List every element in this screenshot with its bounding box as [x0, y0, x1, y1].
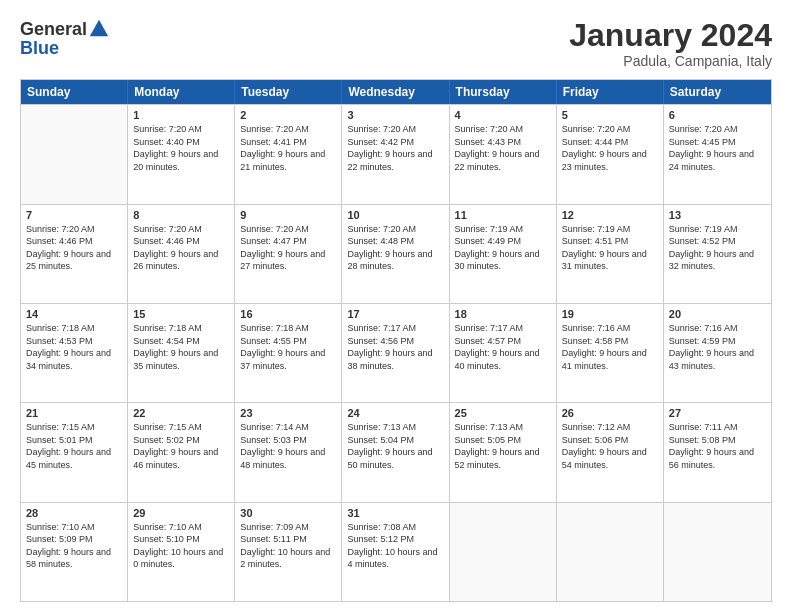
day-number: 20 — [669, 308, 766, 320]
cell-info: Sunrise: 7:20 AMSunset: 4:45 PMDaylight:… — [669, 123, 766, 173]
cell-info: Sunrise: 7:18 AMSunset: 4:54 PMDaylight:… — [133, 322, 229, 372]
cal-cell-1-1 — [21, 105, 128, 203]
day-number: 15 — [133, 308, 229, 320]
calendar: SundayMondayTuesdayWednesdayThursdayFrid… — [20, 79, 772, 602]
logo: General Blue — [20, 18, 110, 59]
cal-cell-5-4: 31Sunrise: 7:08 AMSunset: 5:12 PMDayligh… — [342, 503, 449, 601]
cal-cell-3-2: 15Sunrise: 7:18 AMSunset: 4:54 PMDayligh… — [128, 304, 235, 402]
cal-cell-3-7: 20Sunrise: 7:16 AMSunset: 4:59 PMDayligh… — [664, 304, 771, 402]
cell-info: Sunrise: 7:15 AMSunset: 5:01 PMDaylight:… — [26, 421, 122, 471]
title-block: January 2024 Padula, Campania, Italy — [569, 18, 772, 69]
cal-cell-2-7: 13Sunrise: 7:19 AMSunset: 4:52 PMDayligh… — [664, 205, 771, 303]
cell-info: Sunrise: 7:13 AMSunset: 5:04 PMDaylight:… — [347, 421, 443, 471]
cell-info: Sunrise: 7:13 AMSunset: 5:05 PMDaylight:… — [455, 421, 551, 471]
cal-cell-1-6: 5Sunrise: 7:20 AMSunset: 4:44 PMDaylight… — [557, 105, 664, 203]
week-row-3: 14Sunrise: 7:18 AMSunset: 4:53 PMDayligh… — [21, 303, 771, 402]
cell-info: Sunrise: 7:15 AMSunset: 5:02 PMDaylight:… — [133, 421, 229, 471]
cal-cell-5-7 — [664, 503, 771, 601]
logo-icon — [88, 18, 110, 40]
day-number: 31 — [347, 507, 443, 519]
cal-cell-1-7: 6Sunrise: 7:20 AMSunset: 4:45 PMDaylight… — [664, 105, 771, 203]
cell-info: Sunrise: 7:20 AMSunset: 4:44 PMDaylight:… — [562, 123, 658, 173]
header-day-wednesday: Wednesday — [342, 80, 449, 104]
cell-info: Sunrise: 7:16 AMSunset: 4:59 PMDaylight:… — [669, 322, 766, 372]
cal-cell-2-6: 12Sunrise: 7:19 AMSunset: 4:51 PMDayligh… — [557, 205, 664, 303]
cal-cell-2-2: 8Sunrise: 7:20 AMSunset: 4:46 PMDaylight… — [128, 205, 235, 303]
day-number: 26 — [562, 407, 658, 419]
day-number: 25 — [455, 407, 551, 419]
cell-info: Sunrise: 7:20 AMSunset: 4:46 PMDaylight:… — [133, 223, 229, 273]
day-number: 3 — [347, 109, 443, 121]
header-day-saturday: Saturday — [664, 80, 771, 104]
day-number: 4 — [455, 109, 551, 121]
cal-cell-1-5: 4Sunrise: 7:20 AMSunset: 4:43 PMDaylight… — [450, 105, 557, 203]
cal-cell-3-5: 18Sunrise: 7:17 AMSunset: 4:57 PMDayligh… — [450, 304, 557, 402]
day-number: 23 — [240, 407, 336, 419]
cal-cell-5-6 — [557, 503, 664, 601]
cal-cell-1-2: 1Sunrise: 7:20 AMSunset: 4:40 PMDaylight… — [128, 105, 235, 203]
cell-info: Sunrise: 7:12 AMSunset: 5:06 PMDaylight:… — [562, 421, 658, 471]
cell-info: Sunrise: 7:14 AMSunset: 5:03 PMDaylight:… — [240, 421, 336, 471]
day-number: 19 — [562, 308, 658, 320]
cal-cell-3-3: 16Sunrise: 7:18 AMSunset: 4:55 PMDayligh… — [235, 304, 342, 402]
cal-cell-2-4: 10Sunrise: 7:20 AMSunset: 4:48 PMDayligh… — [342, 205, 449, 303]
cal-cell-4-4: 24Sunrise: 7:13 AMSunset: 5:04 PMDayligh… — [342, 403, 449, 501]
header-day-sunday: Sunday — [21, 80, 128, 104]
cell-info: Sunrise: 7:10 AMSunset: 5:09 PMDaylight:… — [26, 521, 122, 571]
cal-cell-3-4: 17Sunrise: 7:17 AMSunset: 4:56 PMDayligh… — [342, 304, 449, 402]
week-row-4: 21Sunrise: 7:15 AMSunset: 5:01 PMDayligh… — [21, 402, 771, 501]
cal-cell-4-6: 26Sunrise: 7:12 AMSunset: 5:06 PMDayligh… — [557, 403, 664, 501]
cell-info: Sunrise: 7:20 AMSunset: 4:42 PMDaylight:… — [347, 123, 443, 173]
cell-info: Sunrise: 7:08 AMSunset: 5:12 PMDaylight:… — [347, 521, 443, 571]
svg-marker-0 — [90, 20, 108, 37]
cal-cell-3-1: 14Sunrise: 7:18 AMSunset: 4:53 PMDayligh… — [21, 304, 128, 402]
day-number: 8 — [133, 209, 229, 221]
cal-cell-5-1: 28Sunrise: 7:10 AMSunset: 5:09 PMDayligh… — [21, 503, 128, 601]
day-number: 7 — [26, 209, 122, 221]
header: General Blue January 2024 Padula, Campan… — [20, 18, 772, 69]
day-number: 30 — [240, 507, 336, 519]
logo-blue-text: Blue — [20, 38, 59, 59]
day-number: 17 — [347, 308, 443, 320]
cal-cell-4-3: 23Sunrise: 7:14 AMSunset: 5:03 PMDayligh… — [235, 403, 342, 501]
cell-info: Sunrise: 7:20 AMSunset: 4:46 PMDaylight:… — [26, 223, 122, 273]
cell-info: Sunrise: 7:20 AMSunset: 4:48 PMDaylight:… — [347, 223, 443, 273]
day-number: 1 — [133, 109, 229, 121]
day-number: 24 — [347, 407, 443, 419]
day-number: 16 — [240, 308, 336, 320]
week-row-2: 7Sunrise: 7:20 AMSunset: 4:46 PMDaylight… — [21, 204, 771, 303]
cell-info: Sunrise: 7:19 AMSunset: 4:52 PMDaylight:… — [669, 223, 766, 273]
day-number: 28 — [26, 507, 122, 519]
day-number: 14 — [26, 308, 122, 320]
page: General Blue January 2024 Padula, Campan… — [0, 0, 792, 612]
cell-info: Sunrise: 7:19 AMSunset: 4:51 PMDaylight:… — [562, 223, 658, 273]
cal-cell-2-5: 11Sunrise: 7:19 AMSunset: 4:49 PMDayligh… — [450, 205, 557, 303]
cell-info: Sunrise: 7:20 AMSunset: 4:47 PMDaylight:… — [240, 223, 336, 273]
day-number: 2 — [240, 109, 336, 121]
cell-info: Sunrise: 7:17 AMSunset: 4:57 PMDaylight:… — [455, 322, 551, 372]
month-title: January 2024 — [569, 18, 772, 53]
week-row-1: 1Sunrise: 7:20 AMSunset: 4:40 PMDaylight… — [21, 104, 771, 203]
cell-info: Sunrise: 7:18 AMSunset: 4:55 PMDaylight:… — [240, 322, 336, 372]
cal-cell-4-1: 21Sunrise: 7:15 AMSunset: 5:01 PMDayligh… — [21, 403, 128, 501]
cal-cell-4-2: 22Sunrise: 7:15 AMSunset: 5:02 PMDayligh… — [128, 403, 235, 501]
header-day-thursday: Thursday — [450, 80, 557, 104]
day-number: 12 — [562, 209, 658, 221]
cell-info: Sunrise: 7:20 AMSunset: 4:43 PMDaylight:… — [455, 123, 551, 173]
day-number: 9 — [240, 209, 336, 221]
cal-cell-3-6: 19Sunrise: 7:16 AMSunset: 4:58 PMDayligh… — [557, 304, 664, 402]
cal-cell-2-1: 7Sunrise: 7:20 AMSunset: 4:46 PMDaylight… — [21, 205, 128, 303]
day-number: 13 — [669, 209, 766, 221]
week-row-5: 28Sunrise: 7:10 AMSunset: 5:09 PMDayligh… — [21, 502, 771, 601]
day-number: 21 — [26, 407, 122, 419]
cal-cell-4-7: 27Sunrise: 7:11 AMSunset: 5:08 PMDayligh… — [664, 403, 771, 501]
calendar-header-row: SundayMondayTuesdayWednesdayThursdayFrid… — [21, 80, 771, 104]
day-number: 18 — [455, 308, 551, 320]
day-number: 11 — [455, 209, 551, 221]
cell-info: Sunrise: 7:10 AMSunset: 5:10 PMDaylight:… — [133, 521, 229, 571]
calendar-body: 1Sunrise: 7:20 AMSunset: 4:40 PMDaylight… — [21, 104, 771, 601]
cell-info: Sunrise: 7:18 AMSunset: 4:53 PMDaylight:… — [26, 322, 122, 372]
cal-cell-2-3: 9Sunrise: 7:20 AMSunset: 4:47 PMDaylight… — [235, 205, 342, 303]
cell-info: Sunrise: 7:17 AMSunset: 4:56 PMDaylight:… — [347, 322, 443, 372]
location-title: Padula, Campania, Italy — [569, 53, 772, 69]
